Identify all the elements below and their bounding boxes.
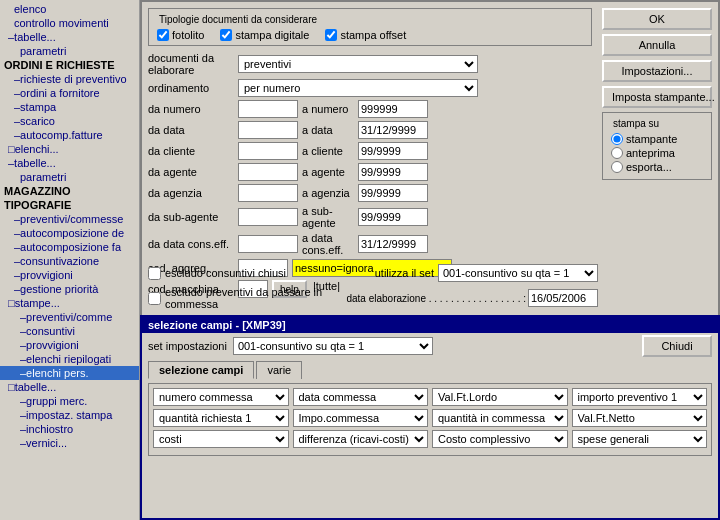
anteprima-radio[interactable] [611, 147, 623, 159]
sidebar-item-consuntivi[interactable]: –consuntivi [0, 324, 139, 338]
a-data-input[interactable] [358, 121, 428, 139]
a-numero-input[interactable] [358, 100, 428, 118]
sidebar-item-preventivi[interactable]: –preventivi/commesse [0, 212, 139, 226]
sidebar-item-impostaz[interactable]: –impostaz. stampa [0, 408, 139, 422]
imposta-stampante-button[interactable]: Imposta stampante... [602, 86, 712, 108]
data-cons-row: da data cons.eff. a data cons.eff. [148, 232, 592, 256]
sidebar-item-ordini[interactable]: –ordini a fornitore [0, 86, 139, 100]
escludo-consuntivi-row: escludo consuntivi chiusi utilizza il se… [148, 264, 598, 282]
escludo-preventivi-checkbox[interactable] [148, 292, 161, 305]
stampa-digitale-checkbox[interactable] [220, 29, 232, 41]
sidebar-header-magazzino: MAGAZZINO [0, 184, 139, 198]
stampa-digitale-checkbox-item: stampa digitale [220, 29, 309, 41]
utilizza-il-set-select[interactable]: 001-consuntivo su qta = 1 [438, 264, 598, 282]
dialog-buttons: OK Annulla Impostazioni... Imposta stamp… [602, 8, 712, 108]
grid-row-3: costi differenza (ricavi-costi) Costo co… [153, 430, 707, 448]
sel-dialog-content: set impostazioni 001-consuntivo su qta =… [142, 333, 718, 460]
grid-select-3-1[interactable]: costi [153, 430, 289, 448]
sidebar-item-scarico[interactable]: –scarico [0, 114, 139, 128]
da-agenzia-input[interactable] [238, 184, 298, 202]
set-impostazioni-select[interactable]: 001-consuntivo su qta = 1 [233, 337, 433, 355]
stampante-radio[interactable] [611, 133, 623, 145]
sidebar-item-inchiostro[interactable]: –inchiostro [0, 422, 139, 436]
grid-select-1-4[interactable]: importo preventivo 1 [572, 388, 708, 406]
da-subagente-label: da sub-agente [148, 211, 238, 223]
da-cliente-input[interactable] [238, 142, 298, 160]
grid-select-2-3[interactable]: quantità in commessa [432, 409, 568, 427]
sidebar-item-consuntivazione[interactable]: –consuntivazione [0, 254, 139, 268]
impostazioni-button[interactable]: Impostazioni... [602, 60, 712, 82]
ok-button[interactable]: OK [602, 8, 712, 30]
data-elaborazione-input[interactable] [528, 289, 598, 307]
da-data-cons-input[interactable] [238, 235, 298, 253]
grid-select-1-1[interactable]: numero commessa [153, 388, 289, 406]
grid-select-2-1[interactable]: quantità richiesta 1 [153, 409, 289, 427]
sidebar-item-stampe[interactable]: □stampe... [0, 296, 139, 310]
da-agente-input[interactable] [238, 163, 298, 181]
a-cliente-input[interactable] [358, 142, 428, 160]
sidebar-item-vernici[interactable]: –vernici... [0, 436, 139, 450]
sidebar-item-elenco[interactable]: elenco [0, 2, 139, 16]
sidebar-item-parametri2[interactable]: parametri [0, 170, 139, 184]
grid-row-2: quantità richiesta 1 Impo.commessa quant… [153, 409, 707, 427]
grid-select-1-2[interactable]: data commessa [293, 388, 429, 406]
set-impostazioni-label: set impostazioni [148, 340, 227, 352]
sidebar-item-tabelle1[interactable]: –tabelle... [0, 30, 139, 44]
documenti-select[interactable]: preventivi [238, 55, 478, 73]
da-data-input[interactable] [238, 121, 298, 139]
sidebar-item-elenchi-riepilogati[interactable]: –elenchi riepilogati [0, 352, 139, 366]
grid-row-1: numero commessa data commessa Val.Ft.Lor… [153, 388, 707, 406]
grid-select-3-2[interactable]: differenza (ricavi-costi) [293, 430, 429, 448]
tab-selezione-campi[interactable]: selezione campi [148, 361, 254, 379]
a-data-label: a data [298, 124, 358, 136]
sidebar-item-gestione[interactable]: –gestione priorità [0, 282, 139, 296]
anteprima-label: anteprima [626, 147, 675, 159]
sidebar-item-autocomp[interactable]: –autocomp.fatture [0, 128, 139, 142]
escludo-preventivi-label: escludo preventivi da passare in commess… [165, 286, 334, 310]
sidebar-item-autocomp-de[interactable]: –autocomposizione de [0, 226, 139, 240]
stampante-radio-item: stampante [611, 133, 703, 145]
sidebar-item-richieste[interactable]: –richieste di preventivo [0, 72, 139, 86]
da-numero-input[interactable] [238, 100, 298, 118]
stampa-offset-checkbox[interactable] [325, 29, 337, 41]
sidebar-item-autocomp-fa[interactable]: –autocomposizione fa [0, 240, 139, 254]
sidebar-item-provvigioni1[interactable]: –provvigioni [0, 268, 139, 282]
grid-select-2-2[interactable]: Impo.commessa [293, 409, 429, 427]
chiudi-button[interactable]: Chiudi [642, 335, 712, 357]
a-agente-input[interactable] [358, 163, 428, 181]
subagente-row: da sub-agente a sub-agente [148, 205, 592, 229]
stampa-offset-label: stampa offset [340, 29, 406, 41]
sidebar-item-provvigioni2[interactable]: –provvigioni [0, 338, 139, 352]
a-subagente-input[interactable] [358, 208, 428, 226]
sidebar-item-stampa1[interactable]: –stampa [0, 100, 139, 114]
sidebar-item-parametri1[interactable]: parametri [0, 44, 139, 58]
ordinamento-select[interactable]: per numero [238, 79, 478, 97]
sidebar-item-controllo[interactable]: controllo movimenti [0, 16, 139, 30]
grid-select-3-4[interactable]: spese generali [572, 430, 708, 448]
sidebar: elenco controllo movimenti –tabelle... p… [0, 0, 140, 520]
sidebar-item-tabelle2[interactable]: –tabelle... [0, 156, 139, 170]
a-data-cons-input[interactable] [358, 235, 428, 253]
sidebar-item-tabelle3[interactable]: □tabelle... [0, 380, 139, 394]
da-subagente-input[interactable] [238, 208, 298, 226]
sidebar-item-elenchi1[interactable]: □elenchi... [0, 142, 139, 156]
sidebar-item-prev-comme[interactable]: –preventivi/comme [0, 310, 139, 324]
esporta-radio[interactable] [611, 161, 623, 173]
grid-select-1-3[interactable]: Val.Ft.Lordo [432, 388, 568, 406]
set-impostazioni-row: set impostazioni 001-consuntivo su qta =… [148, 337, 712, 355]
grid-select-2-4[interactable]: Val.Ft.Netto [572, 409, 708, 427]
a-agenzia-label: a agenzia [298, 187, 358, 199]
ordinamento-row: ordinamento per numero [148, 79, 592, 97]
sidebar-header-ordini: ORDINI E RICHIESTE [0, 58, 139, 72]
tab-varie[interactable]: varie [256, 361, 302, 379]
annulla-button[interactable]: Annulla [602, 34, 712, 56]
fotolito-checkbox[interactable] [157, 29, 169, 41]
escludo-consuntivi-checkbox[interactable] [148, 267, 161, 280]
sidebar-item-gruppi[interactable]: –gruppi merc. [0, 394, 139, 408]
a-agenzia-input[interactable] [358, 184, 428, 202]
fotolito-checkbox-item: fotolito [157, 29, 204, 41]
sidebar-item-elenchi-pers[interactable]: –elenchi pers. [0, 366, 139, 380]
grid-select-3-3[interactable]: Costo complessivo [432, 430, 568, 448]
tipologie-group: Tipologie documenti da considerare fotol… [148, 8, 592, 46]
tipologie-checkboxes: fotolito stampa digitale stampa offset [157, 29, 583, 41]
